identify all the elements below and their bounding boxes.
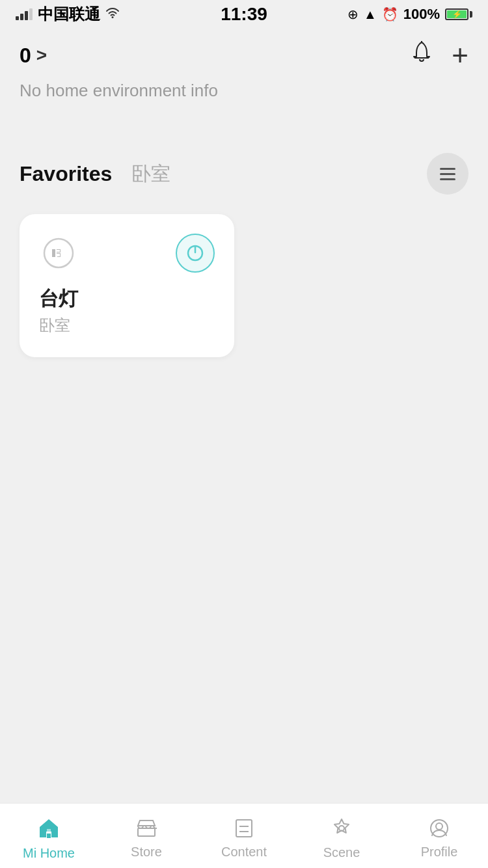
- status-bar: 中国联通 11:39 ⊕ ▲ ⏰ 100% ⚡: [0, 0, 488, 29]
- bottom-nav: Mi Home Store Content: [0, 803, 488, 868]
- mijia-logo: [39, 234, 78, 273]
- lock-rotation-icon: ⊕: [347, 7, 359, 22]
- nav-label-profile: Profile: [421, 845, 458, 860]
- nav-label-store: Store: [131, 845, 162, 860]
- tab-favorites[interactable]: Favorites: [20, 162, 112, 186]
- wifi-icon: [105, 6, 120, 23]
- carrier-label: 中国联通: [38, 4, 100, 25]
- status-bar-left: 中国联通: [16, 4, 120, 25]
- home-header: 0 > +: [0, 29, 488, 78]
- signal-icon: [16, 8, 33, 20]
- main-content: Favorites 卧室: [0, 114, 488, 377]
- devices-grid: 台灯 卧室: [0, 208, 488, 377]
- scene-icon: [331, 817, 353, 843]
- nav-label-scene: Scene: [323, 845, 360, 860]
- battery-icon: ⚡: [445, 8, 472, 20]
- nav-label-mihome: Mi Home: [23, 846, 75, 861]
- tab-bedroom[interactable]: 卧室: [131, 161, 170, 187]
- time-display: 11:39: [221, 4, 267, 25]
- svg-rect-6: [236, 820, 252, 837]
- alarm-icon: ⏰: [382, 7, 398, 22]
- nav-label-content: Content: [221, 845, 267, 860]
- power-button[interactable]: [176, 234, 215, 273]
- power-icon: [185, 243, 205, 263]
- room-menu-button[interactable]: [427, 153, 468, 195]
- nav-item-scene[interactable]: Scene: [293, 812, 390, 860]
- header-actions: +: [411, 39, 468, 72]
- nav-item-profile[interactable]: Profile: [390, 813, 488, 860]
- device-room: 卧室: [39, 315, 215, 336]
- add-icon[interactable]: +: [452, 39, 468, 72]
- device-name: 台灯: [39, 286, 215, 312]
- svg-rect-4: [47, 829, 51, 834]
- mihome-icon: [37, 817, 61, 843]
- location-icon: ▲: [364, 7, 377, 22]
- chevron-right-icon: >: [36, 45, 47, 66]
- hamburger-icon: [440, 168, 455, 180]
- no-info-text: No home environment info: [0, 78, 488, 114]
- home-id: 0: [20, 44, 31, 68]
- bell-icon[interactable]: [411, 41, 432, 70]
- svg-point-11: [436, 823, 442, 830]
- device-card[interactable]: 台灯 卧室: [20, 214, 234, 357]
- battery-percent: 100%: [403, 6, 440, 23]
- svg-rect-3: [47, 834, 51, 838]
- svg-point-10: [431, 820, 448, 837]
- store-icon: [136, 818, 157, 842]
- tabs-row: Favorites 卧室: [0, 153, 488, 208]
- nav-item-store[interactable]: Store: [98, 813, 195, 860]
- device-card-top: [39, 234, 215, 273]
- nav-item-content[interactable]: Content: [195, 813, 293, 860]
- nav-item-mihome[interactable]: Mi Home: [0, 811, 98, 861]
- content-icon: [234, 818, 254, 842]
- status-bar-right: ⊕ ▲ ⏰ 100% ⚡: [347, 6, 472, 23]
- svg-rect-5: [138, 828, 155, 836]
- home-selector[interactable]: 0 >: [20, 44, 47, 68]
- profile-icon: [429, 818, 450, 842]
